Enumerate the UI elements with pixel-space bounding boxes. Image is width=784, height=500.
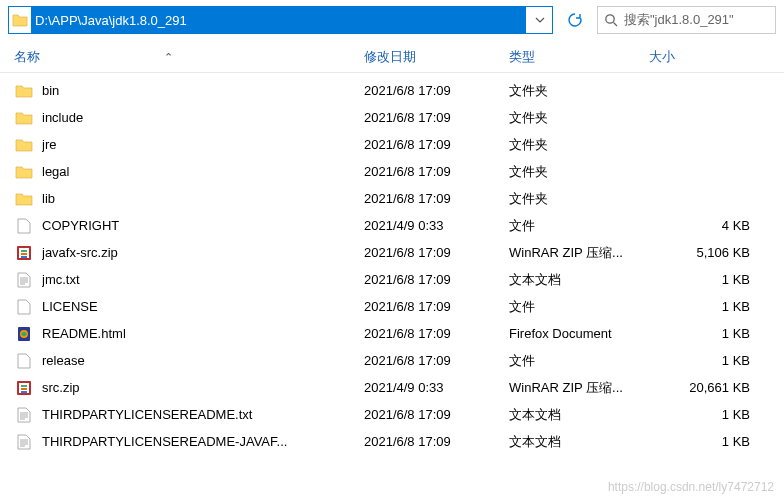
txt-icon xyxy=(14,271,34,289)
folder-icon xyxy=(14,190,34,208)
file-icon xyxy=(14,217,34,235)
file-date: 2021/6/8 17:09 xyxy=(364,137,509,152)
file-type: 文本文档 xyxy=(509,406,649,424)
file-row[interactable]: legal2021/6/8 17:09文件夹 xyxy=(0,158,784,185)
file-name: THIRDPARTYLICENSEREADME-JAVAF... xyxy=(42,434,364,449)
file-type: 文件 xyxy=(509,298,649,316)
search-icon xyxy=(604,13,618,27)
file-row[interactable]: src.zip2021/4/9 0:33WinRAR ZIP 压缩...20,6… xyxy=(0,374,784,401)
svg-rect-16 xyxy=(21,388,27,390)
file-row[interactable]: jmc.txt2021/6/8 17:09文本文档1 KB xyxy=(0,266,784,293)
svg-rect-4 xyxy=(21,250,27,252)
file-date: 2021/6/8 17:09 xyxy=(364,83,509,98)
file-name: THIRDPARTYLICENSEREADME.txt xyxy=(42,407,364,422)
file-name: legal xyxy=(42,164,364,179)
file-date: 2021/6/8 17:09 xyxy=(364,353,509,368)
txt-icon xyxy=(14,406,34,424)
file-date: 2021/4/9 0:33 xyxy=(364,380,509,395)
file-row[interactable]: jre2021/6/8 17:09文件夹 xyxy=(0,131,784,158)
col-type[interactable]: 类型 xyxy=(509,48,649,66)
file-type: 文件夹 xyxy=(509,82,649,100)
file-name: README.html xyxy=(42,326,364,341)
file-icon xyxy=(14,298,34,316)
zip-icon xyxy=(14,244,34,262)
file-row[interactable]: COPYRIGHT2021/4/9 0:33文件4 KB xyxy=(0,212,784,239)
col-name[interactable]: 名称⌃ xyxy=(14,48,364,66)
html-icon xyxy=(14,325,34,343)
file-size: 5,106 KB xyxy=(649,245,770,260)
folder-icon xyxy=(14,136,34,154)
file-name: release xyxy=(42,353,364,368)
file-type: 文本文档 xyxy=(509,271,649,289)
file-row[interactable]: lib2021/6/8 17:09文件夹 xyxy=(0,185,784,212)
folder-icon xyxy=(14,82,34,100)
file-row[interactable]: bin2021/6/8 17:09文件夹 xyxy=(0,77,784,104)
folder-icon xyxy=(9,13,31,27)
column-header: 名称⌃ 修改日期 类型 大小 xyxy=(0,40,784,73)
address-bar[interactable] xyxy=(8,6,553,34)
file-size: 1 KB xyxy=(649,434,770,449)
file-type: 文件夹 xyxy=(509,136,649,154)
file-list: bin2021/6/8 17:09文件夹include2021/6/8 17:0… xyxy=(0,73,784,459)
search-placeholder: 搜索"jdk1.8.0_291" xyxy=(624,11,734,29)
file-date: 2021/6/8 17:09 xyxy=(364,245,509,260)
svg-rect-5 xyxy=(21,253,27,255)
file-size: 4 KB xyxy=(649,218,770,233)
file-row[interactable]: LICENSE2021/6/8 17:09文件1 KB xyxy=(0,293,784,320)
file-size: 20,661 KB xyxy=(649,380,770,395)
file-date: 2021/6/8 17:09 xyxy=(364,191,509,206)
file-date: 2021/4/9 0:33 xyxy=(364,218,509,233)
file-type: WinRAR ZIP 压缩... xyxy=(509,379,649,397)
folder-icon xyxy=(14,163,34,181)
file-name: COPYRIGHT xyxy=(42,218,364,233)
file-type: WinRAR ZIP 压缩... xyxy=(509,244,649,262)
file-date: 2021/6/8 17:09 xyxy=(364,407,509,422)
file-date: 2021/6/8 17:09 xyxy=(364,299,509,314)
file-row[interactable]: include2021/6/8 17:09文件夹 xyxy=(0,104,784,131)
file-name: jre xyxy=(42,137,364,152)
col-size[interactable]: 大小 xyxy=(649,48,770,66)
svg-rect-15 xyxy=(21,385,27,387)
file-date: 2021/6/8 17:09 xyxy=(364,272,509,287)
watermark: https://blog.csdn.net/ly7472712 xyxy=(608,480,774,494)
file-type: Firefox Document xyxy=(509,326,649,341)
zip-icon xyxy=(14,379,34,397)
file-row[interactable]: javafx-src.zip2021/6/8 17:09WinRAR ZIP 压… xyxy=(0,239,784,266)
file-name: bin xyxy=(42,83,364,98)
file-row[interactable]: THIRDPARTYLICENSEREADME-JAVAF...2021/6/8… xyxy=(0,428,784,455)
file-row[interactable]: README.html2021/6/8 17:09Firefox Documen… xyxy=(0,320,784,347)
address-input[interactable] xyxy=(31,7,526,33)
search-box[interactable]: 搜索"jdk1.8.0_291" xyxy=(597,6,776,34)
file-date: 2021/6/8 17:09 xyxy=(364,326,509,341)
file-date: 2021/6/8 17:09 xyxy=(364,110,509,125)
file-name: include xyxy=(42,110,364,125)
folder-icon xyxy=(14,109,34,127)
file-size: 1 KB xyxy=(649,353,770,368)
file-date: 2021/6/8 17:09 xyxy=(364,434,509,449)
col-date[interactable]: 修改日期 xyxy=(364,48,509,66)
file-date: 2021/6/8 17:09 xyxy=(364,164,509,179)
file-type: 文件 xyxy=(509,217,649,235)
chevron-down-icon[interactable] xyxy=(526,17,552,23)
file-row[interactable]: release2021/6/8 17:09文件1 KB xyxy=(0,347,784,374)
file-icon xyxy=(14,352,34,370)
toolbar: 搜索"jdk1.8.0_291" xyxy=(0,0,784,40)
file-type: 文件夹 xyxy=(509,163,649,181)
file-size: 1 KB xyxy=(649,299,770,314)
file-name: lib xyxy=(42,191,364,206)
file-size: 1 KB xyxy=(649,272,770,287)
file-size: 1 KB xyxy=(649,407,770,422)
svg-rect-6 xyxy=(21,256,27,258)
file-row[interactable]: THIRDPARTYLICENSEREADME.txt2021/6/8 17:0… xyxy=(0,401,784,428)
file-name: LICENSE xyxy=(42,299,364,314)
file-type: 文件 xyxy=(509,352,649,370)
txt-icon xyxy=(14,433,34,451)
file-type: 文本文档 xyxy=(509,433,649,451)
refresh-button[interactable] xyxy=(559,6,591,34)
svg-line-1 xyxy=(614,23,618,27)
svg-rect-17 xyxy=(21,391,27,393)
file-type: 文件夹 xyxy=(509,109,649,127)
file-name: jmc.txt xyxy=(42,272,364,287)
svg-point-0 xyxy=(606,15,614,23)
file-name: javafx-src.zip xyxy=(42,245,364,260)
